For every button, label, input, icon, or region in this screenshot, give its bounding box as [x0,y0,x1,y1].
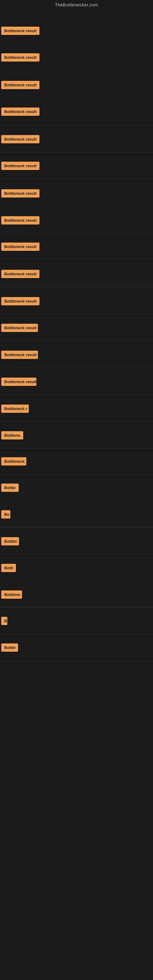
bottleneck-result-button-14[interactable]: Bottleneck result [1,378,37,386]
bottleneck-result-button-12[interactable]: Bottleneck result [1,324,38,332]
bottleneck-row-13: Bottleneck result [0,342,153,368]
bottleneck-result-button-7[interactable]: Bottleneck result [1,189,40,197]
bottleneck-result-button-20[interactable]: Bottler [1,537,19,546]
bottleneck-result-button-11[interactable]: Bottleneck result [1,297,40,305]
bottleneck-row-2: Bottleneck result [0,44,153,71]
bottleneck-row-22: Bottlene [0,581,153,608]
bottleneck-result-button-22[interactable]: Bottlene [1,590,22,599]
bottleneck-result-button-4[interactable]: Bottleneck result [1,108,40,116]
bottleneck-row-4: Bottleneck result [0,98,153,125]
bottleneck-result-button-9[interactable]: Bottleneck result [1,243,40,251]
bottleneck-row-19: Bo [0,501,153,528]
bottleneck-row-17: Bottleneck [0,448,153,475]
bottleneck-row-7: Bottleneck result [0,180,153,207]
bottleneck-row-11: Bottleneck result [0,288,153,315]
bottleneck-row-3: Bottleneck result [0,72,153,98]
page-wrapper: TheBottlenecker.com Bottleneck resultBot… [0,0,153,980]
bottleneck-row-8: Bottleneck result [0,207,153,234]
bottleneck-result-button-6[interactable]: Bottleneck result [1,162,40,170]
bottleneck-result-button-16[interactable]: Bottlene [1,431,23,439]
bottleneck-result-button-8[interactable]: Bottleneck result [1,216,40,224]
bottleneck-row-1: Bottleneck result [0,18,153,44]
bottleneck-row-21: Bottl [0,555,153,581]
site-title: TheBottlenecker.com [0,0,153,9]
bottleneck-result-button-17[interactable]: Bottleneck [1,457,26,466]
bottleneck-row-5: Bottleneck result [0,126,153,153]
bottleneck-row-24: Bottle [0,634,153,661]
bottleneck-result-button-21[interactable]: Bottl [1,564,16,572]
bottleneck-result-button-23[interactable]: B [1,617,7,625]
bottleneck-result-button-3[interactable]: Bottleneck result [1,81,40,89]
bottleneck-row-16: Bottlene [0,422,153,449]
bottleneck-row-9: Bottleneck result [0,233,153,260]
bottleneck-result-button-24[interactable]: Bottle [1,643,18,652]
bottleneck-row-15: Bottleneck r [0,395,153,422]
bottleneck-row-12: Bottleneck result [0,315,153,341]
bottleneck-row-6: Bottleneck result [0,153,153,179]
bottleneck-result-button-15[interactable]: Bottleneck r [1,404,29,413]
bottleneck-row-18: Bottle [0,474,153,501]
bottleneck-result-button-1[interactable]: Bottleneck result [1,27,40,35]
bottleneck-row-23: B [0,608,153,634]
bottleneck-result-button-18[interactable]: Bottle [1,484,19,492]
bottleneck-result-button-13[interactable]: Bottleneck result [1,351,38,359]
bottleneck-result-button-5[interactable]: Bottleneck result [1,135,40,143]
bottleneck-row-10: Bottleneck result [0,261,153,287]
bottleneck-row-20: Bottler [0,528,153,555]
bottleneck-row-14: Bottleneck result [0,368,153,395]
bottleneck-result-button-10[interactable]: Bottleneck result [1,270,40,278]
bottleneck-result-button-2[interactable]: Bottleneck result [1,53,40,62]
bottleneck-result-button-19[interactable]: Bo [1,510,10,519]
